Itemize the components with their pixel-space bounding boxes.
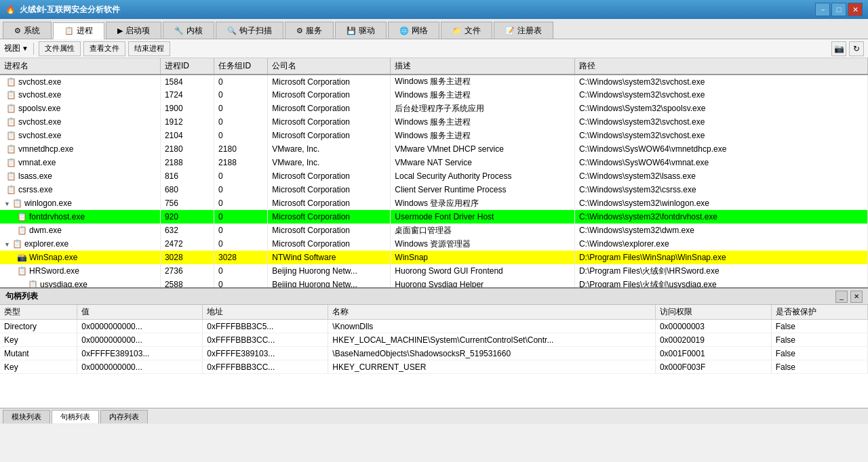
table-row[interactable]: 📋svchost.exe 1724 0 Microsoft Corporatio… <box>0 88 868 102</box>
tab-icon-registry: 📝 <box>505 26 515 35</box>
bottom-table-header: 类型 值 地址 名称 访问权限 是否被保护 <box>0 305 868 320</box>
tab-startup[interactable]: ▶启动项 <box>106 22 161 39</box>
process-table-container[interactable]: 进程名 进程ID 任务组ID 公司名 描述 路径 📋svchost.exe 15… <box>0 58 868 289</box>
process-desc: Client Server Runtime Process <box>391 183 575 196</box>
process-pid: 2472 <box>160 237 214 251</box>
view-dropdown[interactable]: 视图 ▼ <box>4 43 28 54</box>
handle-access: 0x000F003F <box>655 360 771 374</box>
tab-network[interactable]: 🌐网络 <box>388 22 439 39</box>
bottom-tabs: 模块列表句柄列表内存列表 <box>0 408 868 424</box>
col-header-desc: 描述 <box>391 58 575 75</box>
bottom-table-row[interactable]: Mutant 0xFFFFE389103... 0xFFFFE389103...… <box>0 347 868 360</box>
handle-name: \BaseNamedObjects\ShadowsocksR_519531660 <box>328 347 656 360</box>
bottom-tab-2[interactable]: 内存列表 <box>100 410 148 423</box>
tab-file[interactable]: 📁文件 <box>441 22 492 39</box>
process-path: C:\Windows\system32\svchost.exe <box>574 129 867 142</box>
table-row[interactable]: ▼📋winlogon.exe 756 0 Microsoft Corporati… <box>0 196 868 210</box>
process-name: svchost.exe <box>18 117 61 127</box>
table-row[interactable]: 📋svchost.exe 1912 0 Microsoft Corporatio… <box>0 115 868 129</box>
process-path: C:\Windows\SysWOW64\vmnetdhcp.exe <box>574 142 867 156</box>
maximize-button[interactable]: □ <box>831 3 846 16</box>
handle-type: Key <box>0 333 77 347</box>
tab-hook[interactable]: 🔍钩子扫描 <box>216 22 283 39</box>
bottom-tab-0[interactable]: 模块列表 <box>3 410 50 423</box>
process-file-icon: 📋 <box>12 239 22 249</box>
camera-icon-button[interactable]: 📷 <box>831 41 846 56</box>
table-row[interactable]: 📋vmnat.exe 2188 2188 VMware, Inc. VMware… <box>0 156 868 169</box>
tab-driver[interactable]: 💾驱动 <box>335 22 387 39</box>
process-name-cell: 📋svchost.exe <box>0 129 160 142</box>
tab-system[interactable]: ⚙系统 <box>3 22 52 39</box>
bottom-tab-1[interactable]: 句柄列表 <box>52 410 99 423</box>
table-row[interactable]: 📋lsass.exe 816 0 Microsoft Corporation L… <box>0 169 868 183</box>
table-row[interactable]: 📋HRSword.exe 2736 0 Beijing Huorong Netw… <box>0 264 868 278</box>
minimize-button[interactable]: － <box>815 3 830 16</box>
process-tid: 0 <box>214 115 268 129</box>
tab-kernel[interactable]: 🔧内核 <box>163 22 214 39</box>
end-process-button[interactable]: 结束进程 <box>128 41 170 56</box>
view-file-button[interactable]: 查看文件 <box>83 41 125 56</box>
process-path: C:\Windows\system32\svchost.exe <box>574 75 867 88</box>
table-row[interactable]: 📋svchost.exe 1584 0 Microsoft Corporatio… <box>0 75 868 88</box>
bottom-panel-header: 句柄列表 _ ✕ <box>0 289 868 305</box>
table-row[interactable]: 📋spoolsv.exe 1900 0 Microsoft Corporatio… <box>0 102 868 115</box>
process-name: dwm.exe <box>29 226 62 235</box>
bottom-col-type: 类型 <box>0 305 77 320</box>
process-desc: 后台处理程序子系统应用 <box>391 102 575 115</box>
close-button[interactable]: ✕ <box>848 3 863 16</box>
table-row[interactable]: 📋svchost.exe 2104 0 Microsoft Corporatio… <box>0 129 868 142</box>
file-props-button[interactable]: 文件属性 <box>39 41 81 56</box>
bottom-table: 类型 值 地址 名称 访问权限 是否被保护 Directory 0x000000… <box>0 305 868 374</box>
table-row[interactable]: 📸WinSnap.exe 3028 3028 NTWind Software W… <box>0 251 868 264</box>
bottom-table-row[interactable]: Directory 0x0000000000... 0xFFFFBBB3C5..… <box>0 320 868 333</box>
process-name-cell: 📋usysdiag.exe <box>0 278 160 289</box>
process-path: C:\Windows\system32\dwm.exe <box>574 224 867 237</box>
process-tid: 0 <box>214 75 268 88</box>
process-pid: 632 <box>160 224 214 237</box>
process-file-icon: 📋 <box>6 90 16 100</box>
tab-icon-hook: 🔍 <box>227 26 237 35</box>
table-row[interactable]: 📋csrss.exe 680 0 Microsoft Corporation C… <box>0 183 868 196</box>
process-tid: 2180 <box>214 142 268 156</box>
process-name: winlogon.exe <box>24 198 72 208</box>
tabbar: ⚙系统📋进程▶启动项🔧内核🔍钩子扫描⚙服务💾驱动🌐网络📁文件📝注册表 <box>0 19 868 39</box>
handle-protected: False <box>771 360 867 374</box>
process-name-cell: 📋svchost.exe <box>0 88 160 102</box>
process-file-icon: 📋 <box>12 198 22 208</box>
titlebar: 🔥 火绒剑-互联网安全分析软件 － □ ✕ <box>0 0 868 19</box>
process-file-icon: 📋 <box>6 144 16 154</box>
table-row[interactable]: 📋fontdrvhost.exe 920 0 Microsoft Corpora… <box>0 210 868 224</box>
tab-registry[interactable]: 📝注册表 <box>494 22 553 39</box>
bottom-table-row[interactable]: Key 0x0000000000... 0xFFFFBBB3CC... HKEY… <box>0 360 868 374</box>
tab-process[interactable]: 📋进程 <box>53 22 104 39</box>
process-name: vmnetdhcp.exe <box>18 144 73 154</box>
process-desc: Huorong Sword GUI Frontend <box>391 264 575 278</box>
titlebar-controls[interactable]: － □ ✕ <box>815 3 863 16</box>
handle-address: 0xFFFFBBB3CC... <box>203 333 328 347</box>
handle-access: 0x00000003 <box>655 320 771 333</box>
table-row[interactable]: 📋dwm.exe 632 0 Microsoft Corporation 桌面窗… <box>0 224 868 237</box>
table-header: 进程名 进程ID 任务组ID 公司名 描述 路径 <box>0 58 868 75</box>
process-file-icon: 📋 <box>6 171 16 181</box>
bottom-table-container[interactable]: 类型 值 地址 名称 访问权限 是否被保护 Directory 0x000000… <box>0 305 868 408</box>
process-company: Microsoft Corporation <box>268 169 391 183</box>
table-row[interactable]: 📋usysdiag.exe 2588 0 Beijing Huorong Net… <box>0 278 868 289</box>
tab-service[interactable]: ⚙服务 <box>285 22 334 39</box>
process-tid: 0 <box>214 196 268 210</box>
process-company: Microsoft Corporation <box>268 75 391 88</box>
process-desc: VMware VMnet DHCP service <box>391 142 575 156</box>
table-row[interactable]: ▼📋explorer.exe 2472 0 Microsoft Corporat… <box>0 237 868 251</box>
process-name: spoolsv.exe <box>18 104 60 113</box>
handle-protected: False <box>771 333 867 347</box>
bottom-table-row[interactable]: Key 0x0000000000... 0xFFFFBBB3CC... HKEY… <box>0 333 868 347</box>
process-table: 进程名 进程ID 任务组ID 公司名 描述 路径 📋svchost.exe 15… <box>0 58 868 289</box>
bottom-panel-minimize[interactable]: _ <box>835 291 848 303</box>
bottom-panel-controls[interactable]: _ ✕ <box>835 291 863 303</box>
table-row[interactable]: 📋vmnetdhcp.exe 2180 2180 VMware, Inc. VM… <box>0 142 868 156</box>
bottom-col-address: 地址 <box>203 305 328 320</box>
tab-label-registry: 注册表 <box>517 25 542 37</box>
process-name-cell: 📋vmnat.exe <box>0 156 160 169</box>
refresh-icon-button[interactable]: ↻ <box>849 41 864 56</box>
process-company: Microsoft Corporation <box>268 88 391 102</box>
bottom-panel-close[interactable]: ✕ <box>850 291 863 303</box>
